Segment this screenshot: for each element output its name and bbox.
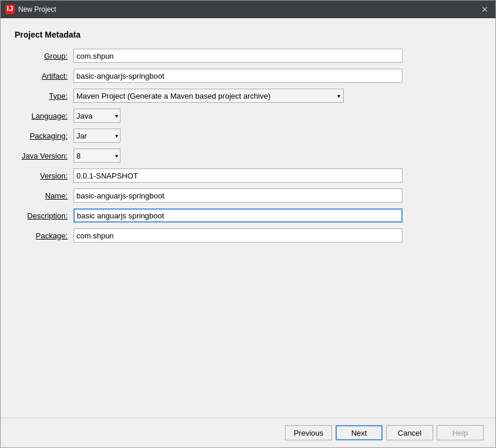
dialog-title: New Project xyxy=(18,5,479,14)
app-icon: IJ xyxy=(5,5,15,14)
package-row: Package: xyxy=(15,228,481,242)
type-label: Type: xyxy=(15,92,73,100)
java-version-select-wrapper: 8 11 17 xyxy=(73,149,120,163)
type-select-container: Maven Project (Generate a Maven based pr… xyxy=(73,89,344,103)
group-label: Group: xyxy=(15,52,73,60)
new-project-dialog: IJ New Project ✕ Project Metadata Group:… xyxy=(0,0,496,448)
description-row: Description: xyxy=(15,208,481,223)
version-label: Version: xyxy=(15,171,73,180)
group-input[interactable] xyxy=(73,49,403,63)
title-bar: IJ New Project ✕ xyxy=(1,1,495,18)
group-row: Group: xyxy=(15,49,481,63)
language-row: Language: Java Kotlin Groovy xyxy=(15,109,481,123)
previous-button[interactable]: Previous xyxy=(285,425,332,440)
language-select-wrapper: Java Kotlin Groovy xyxy=(73,109,120,123)
name-row: Name: xyxy=(15,188,481,203)
packaging-select-wrapper: Jar War xyxy=(73,129,120,143)
help-button[interactable]: Help xyxy=(437,425,484,440)
artifact-input[interactable] xyxy=(73,69,403,83)
description-input[interactable] xyxy=(73,208,403,223)
next-button[interactable]: Next xyxy=(336,425,383,440)
type-row: Type: Maven Project (Generate a Maven ba… xyxy=(15,89,481,103)
description-label: Description: xyxy=(15,211,73,220)
type-select[interactable]: Maven Project (Generate a Maven based pr… xyxy=(73,89,344,103)
artifact-row: Artifact: xyxy=(15,69,481,83)
language-select[interactable]: Java Kotlin Groovy xyxy=(73,109,120,123)
packaging-label: Packaging: xyxy=(15,132,73,140)
name-label: Name: xyxy=(15,191,73,200)
java-version-row: Java Version: 8 11 17 xyxy=(15,149,481,163)
section-title: Project Metadata xyxy=(15,30,481,39)
version-input[interactable] xyxy=(73,169,403,183)
dialog-body: Project Metadata Group: Artifact: Type: … xyxy=(1,18,495,417)
close-button[interactable]: ✕ xyxy=(479,4,491,15)
artifact-label: Artifact: xyxy=(15,72,73,80)
svg-text:IJ: IJ xyxy=(7,5,14,13)
dialog-footer: Previous Next Cancel Help xyxy=(1,417,495,447)
name-input[interactable] xyxy=(73,188,403,203)
package-input[interactable] xyxy=(73,228,403,242)
package-label: Package: xyxy=(15,231,73,240)
cancel-button[interactable]: Cancel xyxy=(386,425,433,440)
version-row: Version: xyxy=(15,169,481,183)
java-version-select[interactable]: 8 11 17 xyxy=(73,149,120,163)
packaging-row: Packaging: Jar War xyxy=(15,129,481,143)
language-label: Language: xyxy=(15,112,73,120)
java-version-label: Java Version: xyxy=(15,151,73,160)
packaging-select[interactable]: Jar War xyxy=(73,129,120,143)
